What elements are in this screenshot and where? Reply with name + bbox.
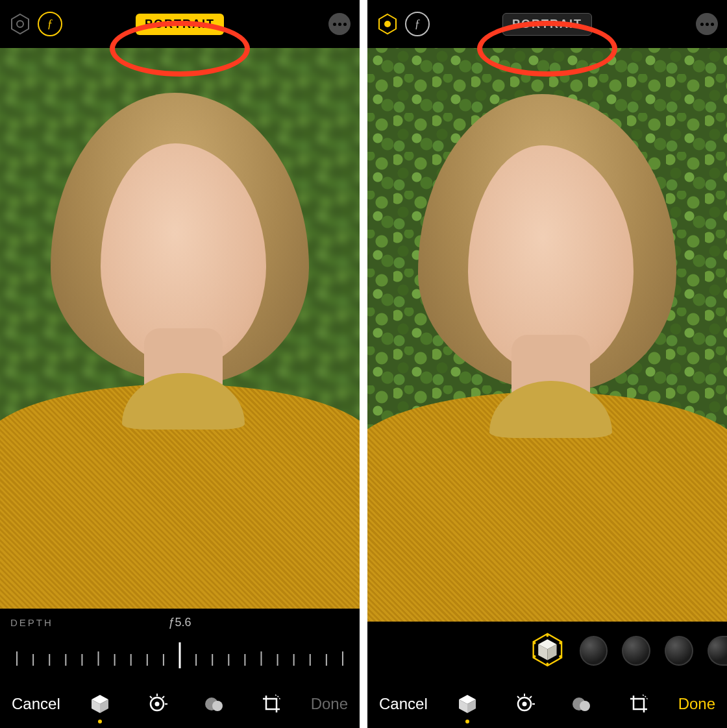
top-bar: ƒ PORTRAIT	[0, 0, 360, 48]
photo-subject	[0, 48, 360, 609]
tool-crop[interactable]	[626, 691, 652, 717]
lighting-hex-icon[interactable]	[376, 13, 399, 35]
photo-subject	[367, 48, 727, 622]
svg-point-40	[546, 635, 548, 637]
svg-point-35	[384, 21, 391, 27]
crop-rotate-icon	[260, 693, 282, 715]
adjust-dial-icon	[513, 693, 536, 715]
controls-area	[367, 622, 727, 680]
filters-icon	[571, 693, 593, 715]
crop-rotate-icon	[628, 693, 650, 715]
svg-line-54	[517, 696, 519, 698]
tool-filters[interactable]	[201, 691, 227, 717]
done-button[interactable]: Done	[311, 695, 348, 713]
editor-screen-portrait-on: ƒ PORTRAIT DEPTH ƒ5.6	[0, 0, 360, 728]
depth-value: ƒ5.6	[168, 616, 191, 629]
svg-point-42	[559, 655, 561, 658]
portrait-mode-toggle[interactable]: PORTRAIT	[502, 13, 592, 36]
lighting-option-stage[interactable]	[665, 636, 693, 666]
active-tool-indicator	[98, 720, 102, 723]
tool-filters[interactable]	[569, 691, 595, 717]
aperture-f-button[interactable]: ƒ	[38, 12, 62, 36]
photo-preview[interactable]	[367, 48, 727, 622]
svg-point-50	[522, 702, 526, 707]
portrait-mode-toggle[interactable]: PORTRAIT	[136, 14, 224, 35]
tool-crop[interactable]	[258, 691, 284, 717]
filters-icon	[203, 693, 225, 715]
svg-point-43	[546, 662, 548, 665]
portrait-cube-icon	[456, 693, 478, 715]
bottom-bar: Cancel Done	[0, 680, 360, 728]
photo-preview[interactable]	[0, 48, 360, 609]
controls-area: DEPTH ƒ5.6	[0, 609, 360, 680]
lighting-option-contour[interactable]	[622, 636, 650, 666]
lighting-option-studio[interactable]	[580, 636, 608, 666]
portrait-cube-icon	[89, 693, 111, 715]
tool-adjust[interactable]	[511, 691, 537, 717]
editor-screen-portrait-off: ƒ PORTRAIT Cancel	[367, 0, 727, 728]
more-options-button[interactable]	[328, 13, 351, 35]
adjust-dial-icon	[146, 693, 168, 715]
depth-slider[interactable]	[10, 640, 349, 671]
lighting-option-natural[interactable]	[530, 632, 565, 670]
cancel-button[interactable]: Cancel	[379, 695, 428, 713]
svg-point-45	[534, 642, 536, 644]
lighting-options-row[interactable]	[367, 622, 727, 680]
svg-marker-0	[12, 14, 29, 34]
cancel-button[interactable]: Cancel	[12, 695, 60, 713]
svg-line-29	[162, 696, 164, 698]
svg-point-56	[580, 701, 590, 711]
tool-adjust[interactable]	[144, 691, 170, 717]
done-button[interactable]: Done	[678, 695, 715, 713]
svg-line-31	[150, 696, 152, 698]
lighting-option-stage-mono[interactable]	[708, 636, 727, 666]
tool-portrait[interactable]	[454, 691, 480, 717]
svg-point-41	[559, 642, 561, 644]
depth-label: DEPTH	[10, 617, 53, 628]
top-bar: ƒ PORTRAIT	[367, 0, 727, 48]
tool-portrait[interactable]	[87, 691, 113, 717]
svg-point-44	[534, 655, 536, 658]
svg-point-1	[17, 21, 23, 27]
bottom-bar: Cancel Done	[367, 680, 727, 728]
active-tool-indicator	[465, 720, 469, 723]
svg-line-52	[530, 696, 532, 698]
svg-point-33	[212, 701, 223, 711]
svg-point-27	[154, 702, 159, 707]
lighting-hex-icon[interactable]	[9, 13, 31, 35]
more-options-button[interactable]	[696, 13, 718, 35]
aperture-f-button[interactable]: ƒ	[405, 12, 430, 36]
